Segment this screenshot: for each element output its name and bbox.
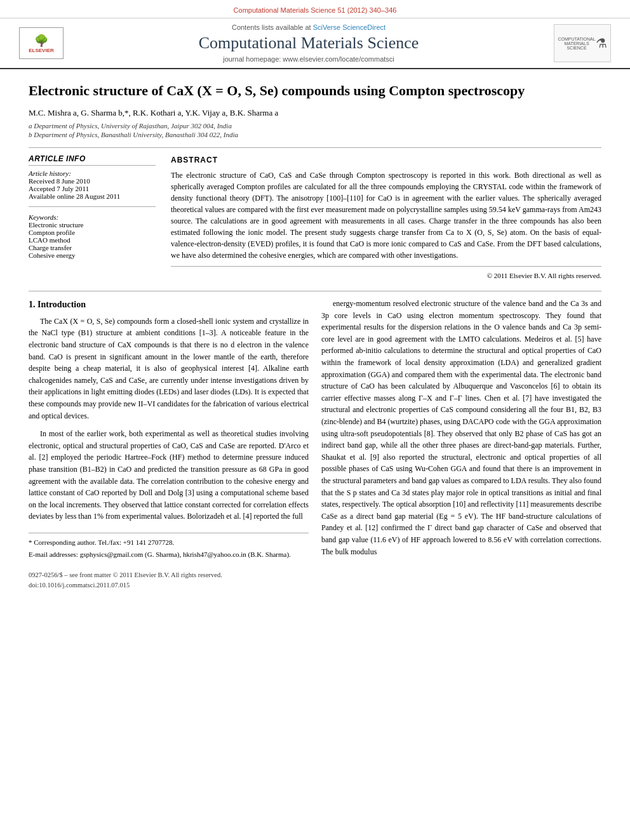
history-label: Article history: [29, 170, 156, 177]
elsevier-logo: 🌳 ELSEVIER [19, 27, 64, 59]
bottom-info: 0927-0256/$ – see front matter © 2011 El… [29, 570, 309, 591]
keyword-1: Electronic structure [29, 221, 156, 229]
journal-title: Computational Materials Science [64, 34, 554, 53]
abstract-text: The electronic structure of CaO, CaS and… [171, 170, 601, 261]
abstract-panel: ABSTRACT The electronic structure of CaO… [171, 154, 601, 281]
elsevier-wordmark: ELSEVIER [29, 48, 54, 53]
column-right: energy-momentum resolved electronic stru… [321, 298, 601, 590]
journal-homepage: journal homepage: www.elsevier.com/locat… [64, 55, 554, 63]
section1-title: 1. Introduction [29, 298, 309, 312]
keyword-5: Cohesive energy [29, 251, 156, 259]
journal-header: Computational Materials Science 51 (2012… [0, 0, 630, 18]
sciverse-link[interactable]: SciVerse ScienceDirect [313, 23, 385, 31]
section1-right-para1: energy-momentum resolved electronic stru… [321, 298, 601, 557]
paper-body: Electronic structure of CaX (X = O, S, S… [0, 69, 630, 604]
journal-logo-icon: ⚗ [596, 36, 607, 51]
available-date: Available online 28 August 2011 [29, 192, 156, 200]
elsevier-logo-area: 🌳 ELSEVIER [19, 27, 64, 59]
banner-center: Contents lists available at SciVerse Sci… [64, 23, 554, 63]
received-date: Received 8 June 2010 [29, 177, 156, 185]
keywords-section: Keywords: Electronic structure Compton p… [29, 213, 156, 259]
journal-reference: Computational Materials Science 51 (2012… [234, 6, 397, 14]
keywords-label: Keywords: [29, 213, 156, 221]
abstract-header: ABSTRACT [171, 154, 601, 166]
footnote-corresponding: * Corresponding author. Tel./fax: +91 14… [29, 537, 309, 548]
copyright-line: © 2011 Elsevier B.V. All rights reserved… [171, 266, 601, 281]
column-left: 1. Introduction The CaX (X = O, S, Se) c… [29, 298, 309, 590]
article-info-header: ARTICLE INFO [29, 154, 156, 166]
divider-info [29, 206, 156, 207]
section1-para1: The CaX (X = O, S, Se) compounds form a … [29, 316, 309, 422]
footnotes: * Corresponding author. Tel./fax: +91 14… [29, 533, 309, 560]
article-info-panel: ARTICLE INFO Article history: Received 8… [29, 154, 156, 281]
keyword-2: Compton profile [29, 229, 156, 236]
main-text-area: 1. Introduction The CaX (X = O, S, Se) c… [29, 298, 601, 590]
accepted-date: Accepted 7 July 2011 [29, 185, 156, 192]
paper-title: Electronic structure of CaX (X = O, S, S… [29, 82, 601, 100]
section1-para2: In most of the earlier work, both experi… [29, 428, 309, 523]
doi-line: doi:10.1016/j.commatsci.2011.07.015 [29, 580, 309, 590]
keyword-4: Charge transfer [29, 244, 156, 251]
affiliations: a Department of Physics, University of R… [29, 122, 601, 138]
divider-top [29, 147, 601, 148]
affiliation-b: b Department of Physics, Banasthali Univ… [29, 131, 601, 138]
tree-icon: 🌳 [29, 34, 54, 48]
history-section: Article history: Received 8 June 2010 Ac… [29, 170, 156, 200]
contents-line: Contents lists available at SciVerse Sci… [64, 23, 554, 31]
issn-line: 0927-0256/$ – see front matter © 2011 El… [29, 570, 309, 580]
affiliation-a: a Department of Physics, University of R… [29, 122, 601, 130]
divider-body [29, 291, 601, 291]
footnote-email: E-mail addresses: gsphysics@gmail.com (G… [29, 549, 309, 560]
elsevier-banner: 🌳 ELSEVIER Contents lists available at S… [0, 18, 630, 69]
journal-logo-image: COMPUTATIONALMATERIALSSCIENCE ⚗ [554, 24, 611, 62]
authors-line: M.C. Mishra a, G. Sharma b,*, R.K. Kotha… [29, 108, 601, 118]
info-abstract-row: ARTICLE INFO Article history: Received 8… [29, 154, 601, 281]
keyword-3: LCAO method [29, 236, 156, 244]
